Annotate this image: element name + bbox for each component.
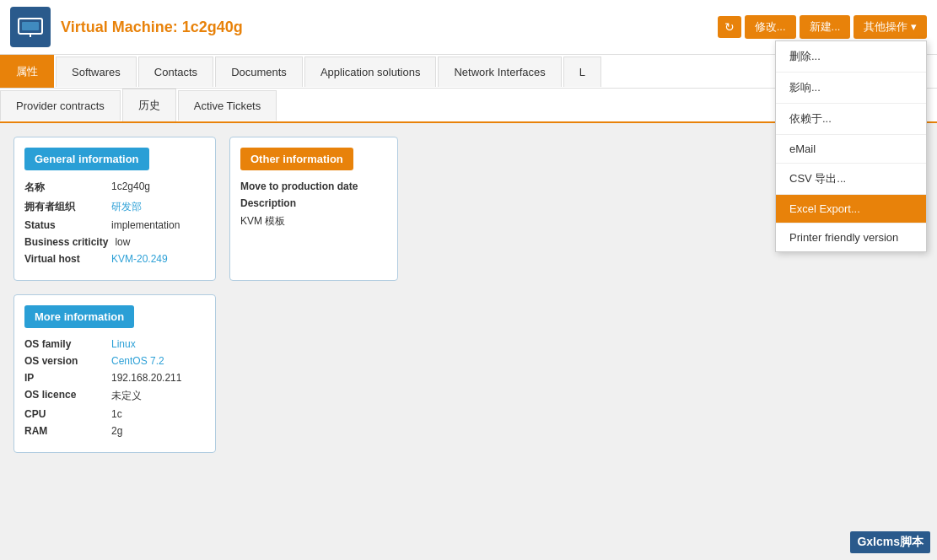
tab-network-interfaces[interactable]: Network Interfaces	[438, 57, 561, 87]
general-info-title: General information	[24, 148, 149, 170]
label-status: Status	[24, 219, 105, 231]
label-os-version: OS version	[24, 355, 105, 367]
dropdown-item-depends-on[interactable]: 依赖于...	[776, 104, 926, 135]
other-actions-wrapper: 其他操作 ▾ 删除... 影响... 依赖于... eMail CSV 导出..…	[854, 15, 927, 39]
modify-button[interactable]: 修改...	[745, 15, 796, 39]
label-owner: 拥有者组织	[24, 200, 105, 214]
label-name: 名称	[24, 180, 105, 195]
info-row-description: Description	[240, 197, 387, 209]
info-row-os-family: OS family Linux	[24, 338, 205, 350]
label-cpu: CPU	[24, 408, 105, 420]
info-row-ram: RAM 2g	[24, 425, 205, 437]
general-info-card: General information 名称 1c2g40g 拥有者组织 研发部…	[13, 137, 216, 281]
info-row-description-value: KVM 模板	[240, 214, 387, 229]
label-os-family: OS family	[24, 338, 105, 350]
info-row-status: Status implementation	[24, 219, 205, 231]
dropdown-item-email[interactable]: eMail	[776, 135, 926, 164]
info-row-cpu: CPU 1c	[24, 408, 205, 420]
label-os-licence: OS licence	[24, 389, 105, 401]
value-os-licence: 未定义	[111, 389, 142, 403]
tab-more[interactable]: L	[563, 57, 601, 87]
dropdown-item-delete[interactable]: 删除...	[776, 41, 926, 73]
tab-contacts[interactable]: Contacts	[138, 57, 213, 87]
dropdown-item-printer-friendly[interactable]: Printer friendly version	[776, 223, 926, 251]
tab-softwares[interactable]: Softwares	[56, 57, 137, 87]
label-production-date: Move to production date	[240, 180, 358, 192]
tab-attributes[interactable]: 属性	[0, 55, 54, 88]
info-row-os-version: OS version CentOS 7.2	[24, 355, 205, 367]
info-row-criticality: Business criticity low	[24, 236, 205, 248]
info-row-owner: 拥有者组织 研发部	[24, 200, 205, 214]
more-info-title: More information	[24, 305, 134, 328]
more-info-section: More information OS family Linux OS vers…	[0, 294, 937, 466]
info-row-name: 名称 1c2g40g	[24, 180, 205, 195]
label-criticality: Business criticity	[24, 236, 108, 248]
svg-rect-1	[22, 22, 39, 30]
value-description: KVM 模板	[240, 214, 285, 229]
info-row-os-licence: OS licence 未定义	[24, 389, 205, 403]
tab-app-solutions[interactable]: Application solutions	[304, 57, 437, 87]
header-actions: ↻ 修改... 新建... 其他操作 ▾ 删除... 影响... 依赖于... …	[718, 15, 927, 39]
label-description: Description	[240, 197, 320, 209]
label-ram: RAM	[24, 425, 105, 437]
tab-active-tickets[interactable]: Active Tickets	[178, 90, 277, 121]
page-title: Virtual Machine: 1c2g40g	[61, 19, 243, 36]
new-button[interactable]: 新建...	[800, 15, 851, 39]
value-ram: 2g	[111, 425, 122, 437]
other-info-title: Other information	[240, 148, 353, 170]
value-status: implementation	[111, 219, 180, 231]
value-os-family[interactable]: Linux	[111, 338, 136, 350]
value-criticality: low	[115, 236, 130, 248]
value-os-version[interactable]: CentOS 7.2	[111, 355, 164, 367]
header-left: Virtual Machine: 1c2g40g	[10, 7, 243, 47]
dropdown-item-excel-export[interactable]: Excel Export...	[776, 195, 926, 223]
value-owner[interactable]: 研发部	[111, 200, 142, 214]
other-actions-button[interactable]: 其他操作 ▾	[854, 15, 927, 39]
value-virtual-host[interactable]: KVM-20.249	[111, 253, 168, 265]
label-virtual-host: Virtual host	[24, 253, 105, 265]
dropdown-item-csv-export[interactable]: CSV 导出...	[776, 164, 926, 195]
dropdown-menu: 删除... 影响... 依赖于... eMail CSV 导出... Excel…	[775, 40, 927, 252]
app-logo	[10, 7, 51, 47]
value-ip: 192.168.20.211	[111, 372, 181, 384]
refresh-button[interactable]: ↻	[718, 16, 741, 38]
tab-history[interactable]: 历史	[122, 89, 176, 121]
dropdown-item-impact[interactable]: 影响...	[776, 73, 926, 104]
other-info-card: Other information Move to production dat…	[229, 137, 398, 281]
value-name: 1c2g40g	[111, 180, 150, 192]
info-row-virtual-host: Virtual host KVM-20.249	[24, 253, 205, 265]
info-row-ip: IP 192.168.20.211	[24, 372, 205, 384]
value-cpu: 1c	[111, 408, 122, 420]
tab-documents[interactable]: Documents	[215, 57, 303, 87]
tab-provider-contracts[interactable]: Provider contracts	[0, 90, 121, 121]
info-row-production-date: Move to production date	[240, 180, 387, 192]
label-ip: IP	[24, 372, 105, 384]
more-info-card: More information OS family Linux OS vers…	[13, 294, 216, 453]
header: Virtual Machine: 1c2g40g ↻ 修改... 新建... 其…	[0, 0, 937, 55]
